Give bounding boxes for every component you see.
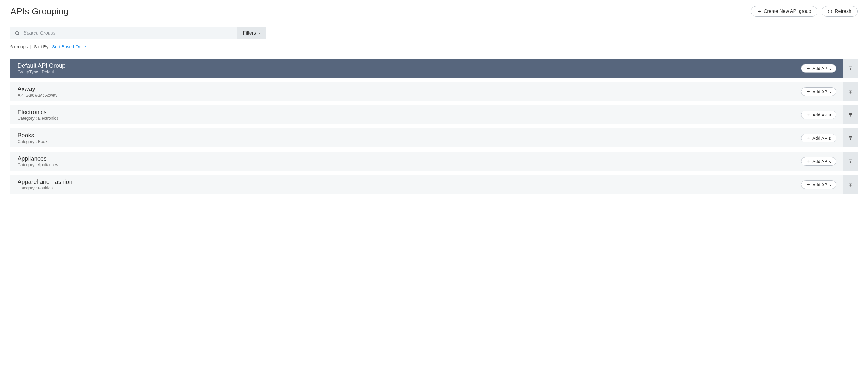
group-row: ElectronicsCategory : ElectronicsAdd API… [10, 105, 858, 124]
group-main[interactable]: AxwayAPI Gateway : AxwayAdd APIs [10, 82, 843, 101]
expand-down-icon [848, 112, 853, 117]
plus-icon [757, 9, 762, 14]
expand-down-icon [848, 65, 853, 71]
add-apis-button[interactable]: Add APIs [801, 64, 836, 73]
group-row: Default API GroupGroupType : DefaultAdd … [10, 59, 858, 78]
expand-down-icon [848, 89, 853, 94]
refresh-button[interactable]: Refresh [822, 6, 858, 17]
svg-point-2 [16, 31, 19, 34]
group-info: AxwayAPI Gateway : Axway [18, 85, 57, 98]
expand-group-button[interactable] [843, 175, 858, 194]
add-apis-button[interactable]: Add APIs [801, 157, 836, 166]
group-info: BooksCategory : Books [18, 132, 50, 144]
expand-group-button[interactable] [843, 129, 858, 147]
filters-button[interactable]: Filters [238, 27, 266, 39]
filters-label: Filters [243, 30, 256, 36]
header-actions: Create New API group Refresh [751, 6, 858, 17]
create-new-api-group-button[interactable]: Create New API group [751, 6, 817, 17]
group-subtitle: Category : Electronics [18, 116, 58, 121]
plus-icon [806, 113, 810, 117]
plus-icon [806, 66, 810, 70]
search-icon [14, 30, 20, 36]
group-row: AppliancesCategory : AppliancesAdd APIs [10, 152, 858, 171]
add-apis-label: Add APIs [812, 136, 831, 141]
group-info: AppliancesCategory : Appliances [18, 155, 58, 167]
group-row: AxwayAPI Gateway : AxwayAdd APIs [10, 82, 858, 101]
sort-link-label: Sort Based On [52, 44, 81, 49]
group-info: Apparel and FashionCategory : Fashion [18, 178, 72, 190]
sort-based-on-link[interactable]: Sort Based On [52, 44, 87, 49]
group-title: Default API Group [18, 62, 65, 69]
separator: | [29, 44, 32, 49]
plus-icon [806, 159, 810, 163]
group-title: Electronics [18, 109, 58, 116]
sort-by-label: Sort By [34, 44, 49, 49]
expand-down-icon [848, 135, 853, 141]
sort-row: 6 groups | Sort By Sort Based On [10, 44, 858, 49]
expand-group-button[interactable] [843, 82, 858, 101]
group-main[interactable]: Default API GroupGroupType : DefaultAdd … [10, 59, 843, 78]
add-apis-label: Add APIs [812, 66, 831, 71]
group-subtitle: Category : Books [18, 139, 50, 144]
add-apis-label: Add APIs [812, 89, 831, 94]
expand-down-icon [848, 159, 853, 164]
group-list: Default API GroupGroupType : DefaultAdd … [10, 59, 858, 194]
add-apis-label: Add APIs [812, 112, 831, 117]
group-count: 6 groups [10, 44, 28, 49]
group-info: Default API GroupGroupType : Default [18, 62, 65, 74]
search-bar: Filters [10, 27, 266, 39]
plus-icon [806, 136, 810, 140]
refresh-button-label: Refresh [835, 9, 851, 14]
group-title: Books [18, 132, 50, 139]
add-apis-label: Add APIs [812, 182, 831, 187]
expand-group-button[interactable] [843, 59, 858, 78]
add-apis-button[interactable]: Add APIs [801, 134, 836, 142]
group-title: Appliances [18, 155, 58, 162]
group-subtitle: GroupType : Default [18, 69, 65, 74]
group-subtitle: Category : Appliances [18, 162, 58, 167]
page-title: APIs Grouping [10, 6, 68, 17]
page-header: APIs Grouping Create New API group Refre… [10, 6, 858, 17]
expand-group-button[interactable] [843, 105, 858, 124]
group-subtitle: Category : Fashion [18, 186, 72, 190]
svg-line-3 [18, 34, 19, 35]
expand-down-icon [848, 182, 853, 187]
add-apis-label: Add APIs [812, 159, 831, 164]
group-row: Apparel and FashionCategory : FashionAdd… [10, 175, 858, 194]
expand-group-button[interactable] [843, 152, 858, 171]
group-title: Apparel and Fashion [18, 178, 72, 185]
add-apis-button[interactable]: Add APIs [801, 111, 836, 119]
plus-icon [806, 90, 810, 93]
add-apis-button[interactable]: Add APIs [801, 87, 836, 96]
plus-icon [806, 183, 810, 187]
group-main[interactable]: ElectronicsCategory : ElectronicsAdd API… [10, 105, 843, 124]
group-title: Axway [18, 85, 57, 92]
chevron-down-icon [258, 32, 261, 35]
chevron-down-icon [84, 45, 87, 48]
group-main[interactable]: Apparel and FashionCategory : FashionAdd… [10, 175, 843, 194]
search-container [10, 27, 238, 39]
create-button-label: Create New API group [764, 9, 811, 14]
group-main[interactable]: BooksCategory : BooksAdd APIs [10, 129, 843, 147]
group-subtitle: API Gateway : Axway [18, 93, 57, 98]
group-row: BooksCategory : BooksAdd APIs [10, 129, 858, 147]
search-input[interactable] [24, 30, 233, 36]
group-info: ElectronicsCategory : Electronics [18, 109, 58, 121]
refresh-icon [828, 9, 832, 14]
add-apis-button[interactable]: Add APIs [801, 180, 836, 189]
group-main[interactable]: AppliancesCategory : AppliancesAdd APIs [10, 152, 843, 171]
